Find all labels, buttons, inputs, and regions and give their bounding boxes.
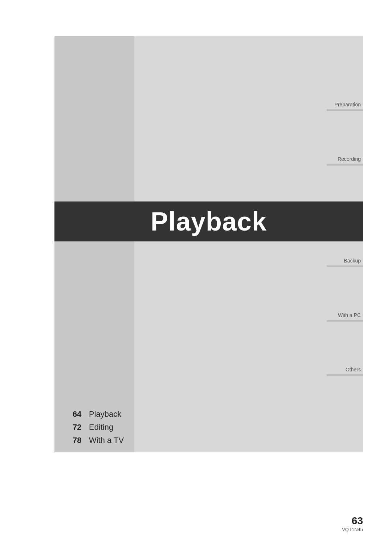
page-number-area: 63 VQT1N45 <box>342 515 363 532</box>
toc-number-playback: 64 <box>73 410 89 419</box>
preparation-label: Preparation <box>327 102 363 109</box>
recording-label: Recording <box>327 156 363 164</box>
backup-bar <box>327 265 363 267</box>
recording-bar <box>327 164 363 166</box>
section-with-a-pc: With a PC <box>327 312 363 322</box>
page: Preparation Recording Playback Backup Wi… <box>0 0 392 554</box>
toc-text-with-a-tv: With a TV <box>89 436 124 445</box>
toc-area: 64 Playback 72 Editing 78 With a TV <box>73 410 181 449</box>
section-preparation: Preparation <box>327 102 363 111</box>
toc-entry-playback: 64 Playback <box>73 410 181 419</box>
playback-banner: Playback <box>54 201 363 241</box>
toc-number-with-a-tv: 78 <box>73 436 89 445</box>
others-label: Others <box>327 367 363 374</box>
with-a-pc-label: With a PC <box>327 312 363 320</box>
playback-title: Playback <box>151 207 267 236</box>
page-number: 63 <box>342 515 363 527</box>
preparation-bar <box>327 109 363 111</box>
toc-entry-editing: 72 Editing <box>73 423 181 432</box>
others-bar <box>327 374 363 376</box>
section-others: Others <box>327 367 363 376</box>
left-sidebar <box>54 36 134 452</box>
toc-text-playback: Playback <box>89 410 121 419</box>
backup-label: Backup <box>327 258 363 265</box>
toc-entry-with-a-tv: 78 With a TV <box>73 436 181 445</box>
section-backup: Backup <box>327 258 363 267</box>
toc-text-editing: Editing <box>89 423 113 432</box>
toc-number-editing: 72 <box>73 423 89 432</box>
with-a-pc-bar <box>327 320 363 322</box>
page-code: VQT1N45 <box>342 527 363 532</box>
section-recording: Recording <box>327 156 363 166</box>
